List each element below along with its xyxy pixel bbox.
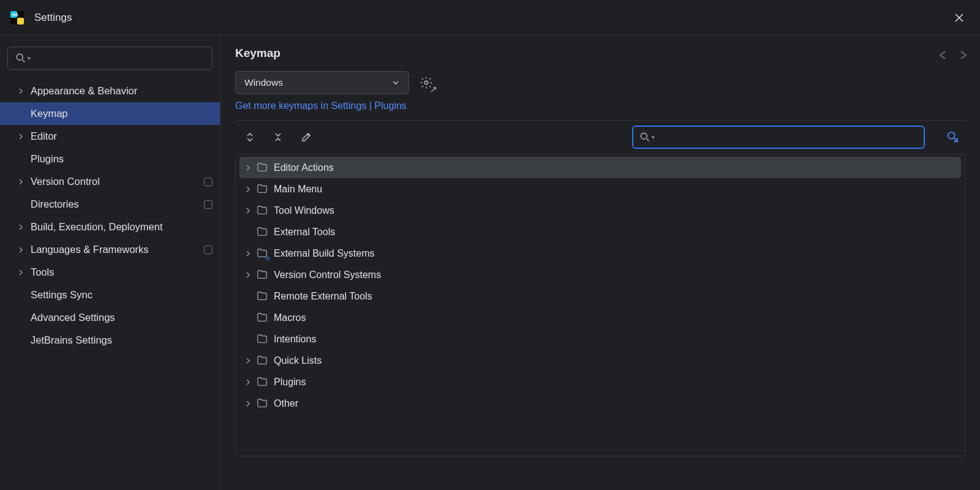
chevron-right-icon — [244, 271, 257, 279]
sidebar-item[interactable]: Version Control — [0, 170, 220, 193]
sidebar-item[interactable]: Keymap — [0, 102, 220, 125]
sidebar-item[interactable]: Build, Execution, Deployment — [0, 216, 220, 238]
action-search-input[interactable]: ▾ — [632, 126, 925, 149]
chevron-right-icon — [244, 250, 257, 257]
settings-sidebar: ▾ Appearance & BehaviorKeymapEditorPlugi… — [0, 36, 221, 490]
action-group-row[interactable]: Main Menu — [239, 178, 961, 200]
find-by-shortcut-button[interactable] — [944, 129, 962, 146]
get-more-keymaps-link[interactable]: Get more keymaps in Settings | Plugins — [235, 100, 407, 111]
page-title: Keymap — [235, 47, 281, 60]
close-button[interactable] — [944, 0, 974, 35]
nav-forward-button[interactable] — [957, 49, 969, 61]
sidebar-item-label: Tools — [31, 266, 55, 278]
folder-icon — [257, 226, 269, 238]
expand-all-button[interactable] — [241, 129, 258, 146]
action-group-label: Plugins — [274, 377, 306, 388]
svg-point-7 — [948, 132, 955, 139]
action-group-row[interactable]: Intentions — [239, 328, 961, 350]
chevron-right-icon — [17, 269, 28, 276]
main-panel: Keymap Windows Get more keymaps in Setti… — [221, 36, 980, 490]
folder-icon — [257, 290, 269, 303]
action-group-row[interactable]: Remote External Tools — [239, 285, 961, 307]
action-group-row[interactable]: External Tools — [239, 221, 961, 243]
action-group-row[interactable]: Editor Actions — [239, 157, 961, 178]
window-title: Settings — [34, 12, 72, 24]
chevron-right-icon — [17, 88, 28, 95]
folder-icon — [257, 162, 269, 174]
sidebar-item[interactable]: Directories — [0, 193, 220, 216]
sidebar-item[interactable]: Appearance & Behavior — [0, 80, 220, 102]
keymap-select-value: Windows — [244, 77, 283, 88]
svg-point-6 — [641, 133, 647, 139]
sidebar-search-field[interactable] — [34, 54, 205, 63]
action-group-row[interactable]: Version Control Systems — [239, 264, 961, 285]
action-group-label: External Tools — [274, 227, 335, 238]
svg-rect-8 — [954, 141, 956, 143]
sidebar-item-label: Editor — [31, 130, 57, 142]
action-group-label: Editor Actions — [274, 162, 334, 173]
keymap-select[interactable]: Windows — [235, 71, 409, 94]
sidebar-item-label: Keymap — [31, 108, 68, 119]
action-group-label: Tool Windows — [274, 205, 334, 216]
folder-icon — [257, 333, 269, 345]
search-dropdown-icon: ▾ — [652, 134, 655, 140]
sidebar-item-label: Advanced Settings — [31, 312, 115, 323]
app-icon: WS — [10, 10, 24, 25]
sidebar-item-label: Settings Sync — [31, 289, 92, 301]
sidebar-item[interactable]: Settings Sync — [0, 284, 220, 306]
action-group-label: Macros — [274, 312, 306, 323]
chevron-right-icon — [244, 379, 257, 386]
action-group-label: Main Menu — [274, 184, 322, 195]
sidebar-item-label: Appearance & Behavior — [31, 85, 137, 97]
action-group-row[interactable]: Quick Lists — [239, 350, 961, 371]
nav-back-button[interactable] — [937, 49, 949, 61]
keymap-action-tree: Editor ActionsMain MenuTool WindowsExter… — [235, 154, 965, 456]
chevron-right-icon — [244, 164, 257, 172]
edit-shortcut-button[interactable] — [298, 129, 315, 146]
action-group-row[interactable]: Macros — [239, 307, 961, 328]
chevron-right-icon — [17, 246, 28, 254]
keymap-actions-button[interactable] — [418, 74, 435, 91]
sidebar-item[interactable]: JetBrains Settings — [0, 329, 220, 352]
folder-icon — [257, 376, 269, 388]
chevron-right-icon — [244, 186, 257, 193]
sidebar-item-label: Directories — [31, 198, 79, 210]
sidebar-item[interactable]: Editor — [0, 125, 220, 148]
chevron-right-icon — [17, 178, 28, 186]
sidebar-item-label: Version Control — [31, 176, 100, 187]
svg-point-11 — [266, 257, 268, 259]
svg-point-5 — [424, 81, 428, 85]
action-group-label: Remote External Tools — [274, 291, 372, 302]
sidebar-item[interactable]: Advanced Settings — [0, 306, 220, 329]
folder-icon — [257, 355, 269, 367]
action-group-label: Intentions — [274, 334, 316, 345]
chevron-right-icon — [244, 207, 257, 214]
action-group-row[interactable]: Plugins — [239, 371, 961, 393]
action-group-row[interactable]: External Build Systems — [239, 243, 961, 264]
sidebar-item[interactable]: Plugins — [0, 148, 220, 170]
folder-icon — [257, 205, 269, 217]
collapse-all-button[interactable] — [270, 129, 287, 146]
folder-gear-icon — [257, 247, 269, 260]
svg-rect-10 — [957, 138, 959, 140]
project-scope-badge — [204, 200, 213, 209]
project-scope-badge — [204, 246, 213, 254]
folder-icon — [257, 398, 269, 410]
project-scope-badge — [204, 178, 213, 186]
search-dropdown-icon: ▾ — [28, 55, 31, 61]
sidebar-item[interactable]: Languages & Frameworks — [0, 238, 220, 261]
chevron-down-icon — [391, 78, 400, 87]
svg-text:WS: WS — [12, 13, 18, 17]
action-group-row[interactable]: Other — [239, 393, 961, 414]
svg-point-4 — [17, 54, 23, 60]
titlebar: WS Settings — [0, 0, 980, 36]
sidebar-item-label: Build, Execution, Deployment — [31, 221, 163, 233]
action-search-field[interactable] — [658, 132, 918, 143]
action-group-row[interactable]: Tool Windows — [239, 200, 961, 221]
chevron-right-icon — [244, 357, 257, 364]
action-group-label: Quick Lists — [274, 355, 322, 366]
chevron-right-icon — [244, 400, 257, 407]
sidebar-item[interactable]: Tools — [0, 261, 220, 284]
sidebar-item-label: JetBrains Settings — [31, 334, 112, 346]
sidebar-search-input[interactable]: ▾ — [7, 47, 213, 70]
